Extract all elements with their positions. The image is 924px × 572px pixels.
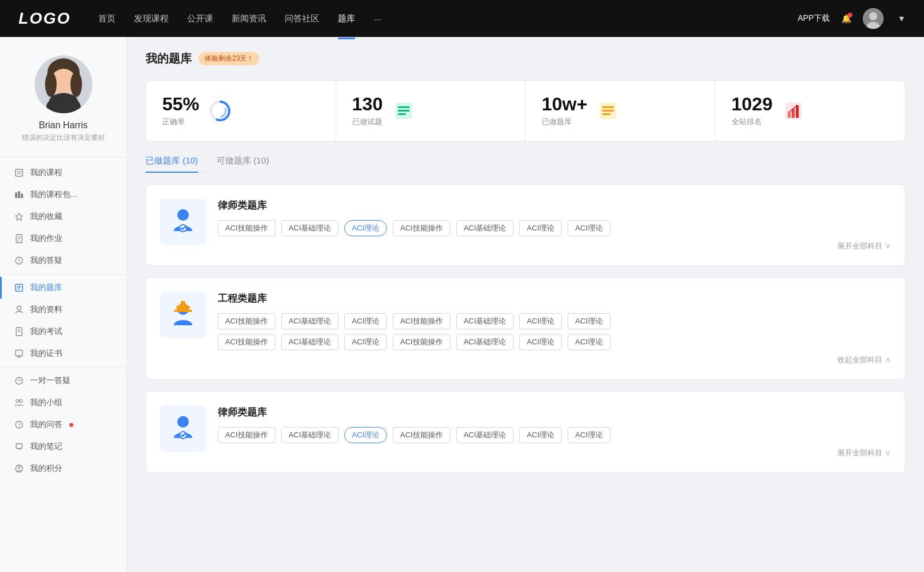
- sidebar-item-qbank[interactable]: 我的题库: [0, 277, 126, 299]
- nav-more[interactable]: ···: [374, 12, 381, 26]
- sidebar-item-qa[interactable]: ? 我的答疑: [0, 250, 126, 272]
- sidebar-label: 我的题库: [30, 283, 62, 293]
- sidebar-item-exam[interactable]: 我的考试: [0, 321, 126, 343]
- sidebar-label: 一对一答疑: [30, 376, 70, 386]
- tag[interactable]: ACI技能操作: [218, 313, 275, 329]
- sidebar-item-tutoring[interactable]: 一对一答疑: [0, 370, 126, 392]
- sidebar-item-group[interactable]: 我的小组: [0, 392, 126, 414]
- profile-icon: [14, 304, 24, 315]
- sidebar-item-favorites[interactable]: 我的收藏: [0, 206, 126, 228]
- tag[interactable]: ACI技能操作: [218, 427, 275, 443]
- tag[interactable]: ACI理论: [519, 334, 562, 350]
- sidebar-label: 我的问答: [30, 419, 62, 430]
- tag[interactable]: ACI基础理论: [281, 427, 339, 443]
- tag[interactable]: ACI理论: [344, 313, 387, 329]
- app-download-button[interactable]: APP下载: [798, 13, 830, 24]
- tag[interactable]: ACI基础理论: [281, 313, 339, 329]
- favorites-icon: [14, 211, 24, 222]
- avatar[interactable]: [863, 8, 884, 29]
- sidebar-label: 我的笔记: [30, 441, 62, 452]
- page-title: 我的题库: [146, 51, 192, 66]
- tag[interactable]: ACI理论: [344, 334, 387, 350]
- notes-icon: [14, 441, 24, 452]
- sidebar-label: 我的资料: [30, 304, 62, 315]
- nav-qbank[interactable]: 题库: [338, 11, 355, 27]
- collapse-link[interactable]: 收起全部科目 ∧: [218, 355, 891, 365]
- tag[interactable]: ACI理论: [568, 334, 610, 350]
- tab-available-banks[interactable]: 可做题库 (10): [217, 155, 269, 172]
- sidebar-label: 我的课程: [30, 168, 62, 178]
- sidebar-item-homework[interactable]: 我的作业: [0, 228, 126, 250]
- sidebar-item-points[interactable]: 我的积分: [0, 458, 126, 480]
- sidebar-item-certificate[interactable]: 我的证书: [0, 343, 126, 365]
- svg-rect-10: [16, 169, 23, 176]
- tag-active[interactable]: ACI理论: [344, 220, 387, 236]
- tag[interactable]: ACI理论: [519, 220, 562, 236]
- stat-accuracy: 55% 正确率: [146, 81, 336, 141]
- nav-links: 首页 发现课程 公开课 新闻资讯 问答社区 题库 ···: [98, 11, 798, 27]
- svg-point-34: [16, 400, 19, 403]
- qbank-title-lawyer-2: 律师类题库: [218, 406, 891, 419]
- sidebar-item-question[interactable]: ? 我的问答: [0, 414, 126, 436]
- tutoring-icon: [14, 376, 24, 386]
- nav-discover[interactable]: 发现课程: [134, 11, 169, 27]
- stat-value-banks: 10w+: [542, 95, 587, 113]
- svg-rect-13: [15, 192, 17, 198]
- tag[interactable]: ACI技能操作: [218, 334, 275, 350]
- sidebar-label: 我的答疑: [30, 255, 62, 266]
- tag[interactable]: ACI技能操作: [218, 220, 275, 236]
- tag[interactable]: ACI理论: [519, 313, 562, 329]
- tags-row-2: ACI技能操作 ACI基础理论 ACI理论 ACI技能操作 ACI基础理论 AC…: [218, 334, 891, 350]
- question-icon: ?: [14, 419, 24, 430]
- tag[interactable]: ACI技能操作: [393, 427, 450, 443]
- tag[interactable]: ACI基础理论: [281, 220, 339, 236]
- exam-icon: [14, 326, 24, 337]
- notification-bell[interactable]: 🔔: [841, 14, 851, 23]
- sidebar-item-course-package[interactable]: 我的课程包...: [0, 184, 126, 206]
- tag[interactable]: ACI基础理论: [281, 334, 339, 350]
- course-package-icon: [14, 190, 24, 200]
- tab-done-banks[interactable]: 已做题库 (10): [146, 155, 198, 172]
- svg-rect-54: [796, 105, 799, 118]
- logo[interactable]: LOGO: [18, 9, 70, 28]
- svg-rect-45: [398, 110, 409, 112]
- avatar-chevron-icon[interactable]: ▼: [897, 14, 906, 23]
- svg-marker-16: [16, 213, 23, 220]
- tag[interactable]: ACI理论: [519, 427, 562, 443]
- nav-news[interactable]: 新闻资讯: [232, 11, 266, 27]
- sidebar-label: 我的收藏: [30, 211, 62, 222]
- tag[interactable]: ACI理论: [568, 427, 610, 443]
- tag[interactable]: ACI基础理论: [456, 313, 514, 329]
- tag[interactable]: ACI理论: [568, 313, 610, 329]
- nav-qa[interactable]: 问答社区: [285, 11, 319, 27]
- qbank-card-lawyer-2: 律师类题库 ACI技能操作 ACI基础理论 ACI理论 ACI技能操作 ACI基…: [146, 391, 906, 473]
- sidebar-item-my-course[interactable]: 我的课程: [0, 162, 126, 184]
- sidebar-label: 我的作业: [30, 233, 62, 244]
- tag[interactable]: ACI基础理论: [456, 334, 514, 350]
- tag-active[interactable]: ACI理论: [344, 427, 387, 443]
- lawyer-icon-2: [168, 414, 198, 444]
- svg-rect-48: [602, 106, 614, 108]
- sidebar-item-notes[interactable]: 我的笔记: [0, 436, 126, 458]
- sidebar-item-profile[interactable]: 我的资料: [0, 299, 126, 321]
- tag[interactable]: ACI技能操作: [393, 313, 450, 329]
- accuracy-chart-icon: [208, 99, 232, 122]
- navbar: LOGO 首页 发现课程 公开课 新闻资讯 问答社区 题库 ··· APP下载 …: [0, 0, 924, 37]
- tag[interactable]: ACI基础理论: [456, 220, 514, 236]
- expand-link[interactable]: 展开全部科目 ∨: [218, 241, 891, 251]
- nav-home[interactable]: 首页: [98, 11, 116, 27]
- tag[interactable]: ACI技能操作: [393, 220, 450, 236]
- svg-point-7: [70, 72, 82, 97]
- tag[interactable]: ACI理论: [568, 220, 610, 236]
- profile-avatar: [35, 55, 92, 113]
- sidebar-label: 我的小组: [30, 398, 62, 408]
- svg-text:?: ?: [17, 258, 20, 264]
- qbank-icon-wrap: [160, 199, 206, 245]
- tag[interactable]: ACI技能操作: [393, 334, 450, 350]
- engineer-icon: [168, 300, 198, 330]
- expand-link-2[interactable]: 展开全部科目 ∨: [218, 448, 891, 458]
- nav-open-course[interactable]: 公开课: [187, 11, 213, 27]
- qbank-body-engineer: 工程类题库 ACI技能操作 ACI基础理论 ACI理论 ACI技能操作 ACI基…: [218, 292, 891, 365]
- tag[interactable]: ACI基础理论: [456, 427, 514, 443]
- svg-point-33: [16, 377, 23, 384]
